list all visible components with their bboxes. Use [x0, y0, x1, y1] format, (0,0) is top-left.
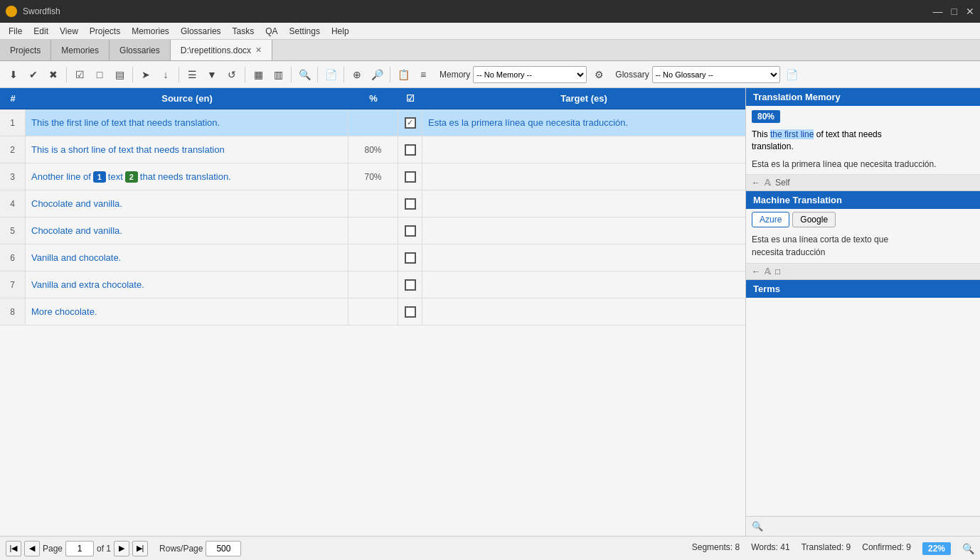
menu-settings[interactable]: Settings — [284, 25, 326, 38]
arrow-down-button[interactable]: ↓ — [156, 65, 175, 84]
seg-check-7[interactable] — [398, 271, 422, 298]
tm-target-text: Esta es la primera línea que necesita tr… — [746, 156, 980, 175]
table-row[interactable]: 7 Vanilla and extra chocolate. — [0, 271, 745, 298]
seg-check-8[interactable] — [398, 298, 422, 325]
checkbox-8[interactable] — [405, 306, 416, 318]
accept-button[interactable]: ✔ — [24, 65, 43, 84]
seg-source-2[interactable]: This is a short line of text that needs … — [26, 136, 348, 163]
table-row[interactable]: 3 Another line of 1 text 2 that needs tr… — [0, 163, 745, 190]
menu-file[interactable]: File — [3, 25, 28, 38]
tab-memories[interactable]: Memories — [51, 40, 110, 60]
checkbox-7[interactable] — [405, 279, 416, 291]
checkbox-6[interactable] — [405, 252, 416, 264]
seg-check-6[interactable] — [398, 244, 422, 271]
tm-score: 80% — [752, 110, 780, 123]
seg-check-5[interactable] — [398, 217, 422, 244]
tab-glossaries[interactable]: Glossaries — [110, 40, 171, 60]
checkbox-4[interactable] — [405, 198, 416, 210]
seg-check-4[interactable] — [398, 190, 422, 217]
refresh-button[interactable]: ↺ — [223, 65, 241, 84]
zoom-button[interactable]: 🔎 — [368, 65, 386, 84]
checkbox-5[interactable] — [405, 225, 416, 237]
table-row[interactable]: 5 Chocolate and vanilla. — [0, 217, 745, 244]
rows-per-page-input[interactable] — [206, 541, 241, 556]
menu-edit[interactable]: Edit — [28, 25, 54, 38]
tab-close-button[interactable]: ✕ — [255, 45, 262, 55]
seg-source-3[interactable]: Another line of 1 text 2 that needs tran… — [26, 163, 348, 190]
glossary-options-button[interactable]: 📄 — [783, 65, 801, 84]
table-row[interactable]: 8 More chocolate. — [0, 298, 745, 325]
tm-source-post: . — [791, 141, 793, 151]
table-button[interactable]: ▦ — [249, 65, 267, 84]
seg-target-7[interactable] — [422, 271, 745, 298]
table-row[interactable]: 2 This is a short line of text that need… — [0, 136, 745, 163]
page-number-input[interactable] — [65, 541, 94, 556]
seg-check-2[interactable] — [398, 136, 422, 163]
menu-tasks[interactable]: Tasks — [227, 25, 260, 38]
memory-select[interactable]: -- No Memory -- — [473, 66, 587, 83]
mt-copy-icon[interactable]: □ — [775, 266, 780, 276]
check-all-icon[interactable]: ☑ — [406, 93, 415, 104]
glossary-select[interactable]: -- No Glossary -- — [652, 66, 780, 83]
seg-target-1[interactable]: Esta es la primera línea que necesita tr… — [422, 109, 745, 136]
seg-target-8[interactable] — [422, 298, 745, 325]
search-button[interactable]: 🔍 — [295, 65, 314, 84]
reject-button[interactable]: ✖ — [44, 65, 63, 84]
filter-button[interactable]: ▼ — [203, 65, 221, 84]
maximize-button[interactable]: □ — [952, 6, 957, 17]
doc-button[interactable]: 📄 — [321, 65, 340, 84]
minimize-button[interactable]: — — [933, 6, 943, 17]
seg-source-7[interactable]: Vanilla and extra chocolate. — [26, 271, 348, 298]
seg-source-8[interactable]: More chocolate. — [26, 298, 348, 325]
checkbox-3[interactable] — [405, 171, 416, 183]
mt-tab-google[interactable]: Google — [792, 212, 836, 227]
seg-source-6[interactable]: Vanilla and chocolate. — [26, 244, 348, 271]
seg-target-2[interactable] — [422, 136, 745, 163]
tab-projects[interactable]: Projects — [0, 40, 51, 60]
menu-help[interactable]: Help — [326, 25, 355, 38]
seg-target-4[interactable] — [422, 190, 745, 217]
menu-view[interactable]: View — [54, 25, 84, 38]
menu-projects[interactable]: Projects — [84, 25, 126, 38]
last-page-button[interactable]: ▶| — [132, 541, 148, 556]
mt-apply-icon[interactable]: ← — [752, 266, 760, 276]
tm-accept-icon[interactable]: 𝔸 — [765, 178, 771, 188]
table-row[interactable]: 4 Chocolate and vanilla. — [0, 190, 745, 217]
checkbox-2[interactable] — [405, 144, 416, 156]
prev-page-button[interactable]: ◀ — [24, 541, 40, 556]
seg-source-1[interactable]: This the first line of text that needs t… — [26, 109, 348, 136]
panel-search-icon[interactable]: 🔍 — [752, 521, 763, 532]
table2-button[interactable]: ▥ — [269, 65, 287, 84]
seg-check-1[interactable] — [398, 109, 422, 136]
tm-apply-icon[interactable]: ← — [752, 178, 760, 188]
next-page-button[interactable]: ▶ — [114, 541, 129, 556]
seg-check-3[interactable] — [398, 163, 422, 190]
list3-button[interactable]: ≡ — [414, 65, 432, 84]
list-button[interactable]: ▤ — [110, 65, 129, 84]
doc2-button[interactable]: 📋 — [394, 65, 412, 84]
seg-source-5[interactable]: Chocolate and vanilla. — [26, 217, 348, 244]
seg-target-3[interactable] — [422, 163, 745, 190]
menu-memories[interactable]: Memories — [126, 25, 175, 38]
mt-tab-azure[interactable]: Azure — [752, 212, 789, 227]
menu-qa[interactable]: QA — [260, 25, 283, 38]
tab-document[interactable]: D:\repetitions.docx ✕ — [171, 40, 272, 60]
list2-button[interactable]: ☰ — [183, 65, 201, 84]
export-button[interactable]: ⬇ — [4, 65, 23, 84]
seg-source-4[interactable]: Chocolate and vanilla. — [26, 190, 348, 217]
checkbox-1[interactable] — [405, 117, 416, 129]
menu-glossaries[interactable]: Glossaries — [175, 25, 227, 38]
first-page-button[interactable]: |◀ — [6, 541, 21, 556]
square-button[interactable]: □ — [90, 65, 109, 84]
close-button[interactable]: ✕ — [966, 6, 974, 17]
seg-target-5[interactable] — [422, 217, 745, 244]
plus-button[interactable]: ⊕ — [348, 65, 366, 84]
seg-target-6[interactable] — [422, 244, 745, 271]
arrow-button[interactable]: ➤ — [137, 65, 155, 84]
mt-accept-icon[interactable]: 𝔸 — [765, 266, 771, 276]
status-search-icon[interactable]: 🔍 — [962, 543, 974, 554]
table-row[interactable]: 1 This the first line of text that needs… — [0, 109, 745, 136]
checkbox-button[interactable]: ☑ — [70, 65, 89, 84]
memory-options-button[interactable]: ⚙ — [590, 65, 608, 84]
table-row[interactable]: 6 Vanilla and chocolate. — [0, 244, 745, 271]
